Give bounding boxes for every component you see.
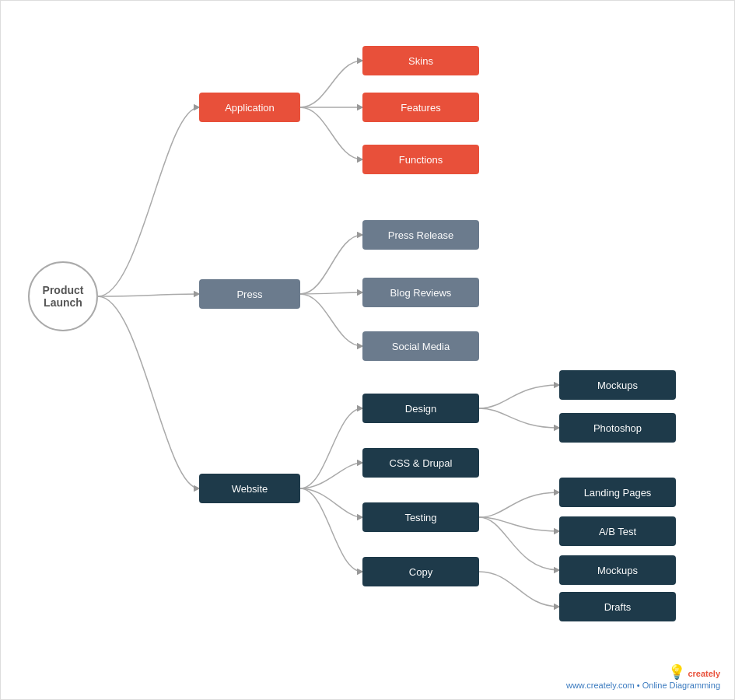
skins-node: Skins: [362, 46, 479, 75]
website-node: Website: [199, 474, 300, 503]
creately-logo-icon: 💡: [668, 664, 685, 680]
mockups-test-node: Mockups: [559, 555, 676, 585]
application-node: Application: [199, 93, 300, 122]
photoshop-node: Photoshop: [559, 413, 676, 443]
watermark: 💡 creately www.creately.com • Online Dia…: [566, 663, 720, 690]
copy-node: Copy: [362, 557, 479, 586]
features-node: Features: [362, 93, 479, 122]
blog-reviews-node: Blog Reviews: [362, 278, 479, 307]
press-node: Press: [199, 279, 300, 309]
drafts-node: Drafts: [559, 592, 676, 621]
ab-test-node: A/B Test: [559, 516, 676, 546]
diagram-container: Product Launch Application Press Website…: [0, 0, 735, 700]
css-drupal-node: CSS & Drupal: [362, 448, 479, 478]
brand-name: creately: [688, 669, 720, 678]
social-media-node: Social Media: [362, 331, 479, 361]
mockups-design-node: Mockups: [559, 370, 676, 400]
watermark-tagline: www.creately.com • Online Diagramming: [566, 681, 720, 690]
testing-node: Testing: [362, 502, 479, 532]
press-release-node: Press Release: [362, 220, 479, 250]
design-node: Design: [362, 394, 479, 423]
functions-node: Functions: [362, 145, 479, 174]
landing-pages-node: Landing Pages: [559, 478, 676, 507]
root-node: Product Launch: [28, 261, 98, 331]
